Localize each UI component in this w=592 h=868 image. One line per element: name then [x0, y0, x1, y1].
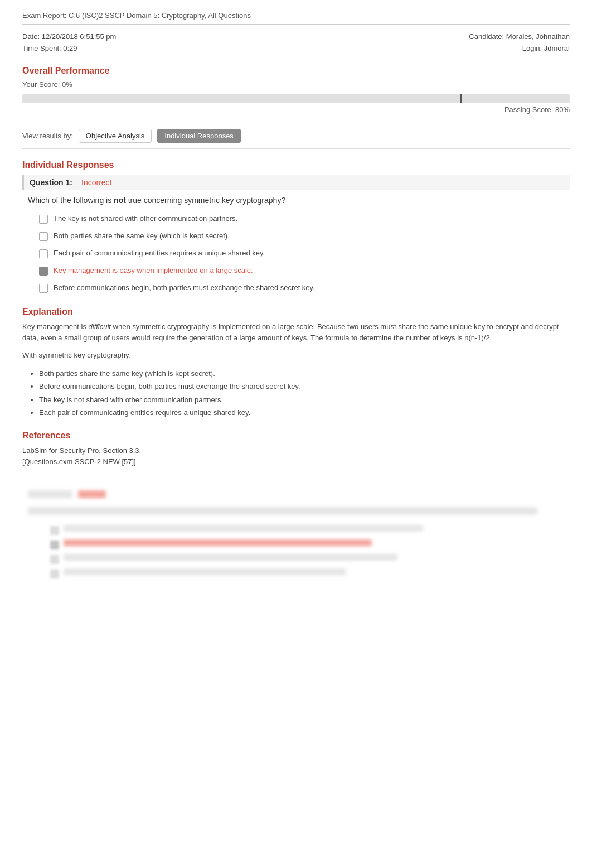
bullet-1: Both parties share the same key (which i…: [39, 367, 570, 380]
individual-responses-title: Individual Responses: [22, 160, 570, 170]
bullet-4: Each pair of communicating entities requ…: [39, 406, 570, 419]
passing-line: [460, 94, 462, 103]
explanation-paragraph-1: Key management is difficult when symmetr…: [22, 321, 570, 345]
tab-individual-responses[interactable]: Individual Responses: [157, 129, 241, 143]
passing-score-label: Passing Score:: [504, 105, 553, 114]
references-line-2: [Questions.exm SSCP-2 NEW [57]]: [22, 456, 570, 468]
question-1-header: Question 1: Incorrect: [22, 175, 570, 190]
option-indicator-4: [39, 267, 48, 276]
answer-option-5: Before communications begin, both partie…: [22, 281, 570, 296]
explanation-paragraph-2: With symmetric key cryptography:: [22, 350, 570, 361]
option-indicator-1: [39, 215, 48, 224]
bullet-3: The key is not shared with other communi…: [39, 393, 570, 406]
option-indicator-5: [39, 284, 48, 293]
question-1-label: Question 1:: [30, 178, 72, 187]
answer-option-3: Each pair of communicating entities requ…: [22, 246, 570, 261]
question-1-status: Incorrect: [81, 178, 111, 187]
overall-performance-title: Overall Performance: [22, 66, 570, 76]
answer-option-4: Key management is easy when implemented …: [22, 263, 570, 278]
explanation-title: Explanation: [22, 307, 570, 317]
exam-candidate: Candidate: Morales, Johnathan: [469, 31, 570, 43]
explanation-bullets: Both parties share the same key (which i…: [39, 367, 570, 419]
exam-title: Exam Report: C.6 (ISC)2 SSCP Domain 5: C…: [22, 11, 570, 25]
option-indicator-3: [39, 249, 48, 258]
references-title: References: [22, 431, 570, 441]
view-results-label: View results by:: [22, 132, 73, 140]
your-score: Your Score: 0%: [22, 80, 72, 89]
bullet-2: Before communications begin, both partie…: [39, 380, 570, 393]
exam-date: Date: 12/20/2018 6:51:55 pm: [22, 31, 116, 43]
answer-option-2: Both parties share the same key (which i…: [22, 229, 570, 244]
passing-score-value: 80%: [555, 105, 570, 114]
exam-login: Login: Jdmoral: [469, 43, 570, 55]
tab-objective-analysis[interactable]: Objective Analysis: [79, 129, 152, 143]
blurred-section: [22, 485, 570, 589]
answer-option-1: The key is not shared with other communi…: [22, 211, 570, 226]
answer-options: The key is not shared with other communi…: [22, 211, 570, 296]
option-indicator-2: [39, 232, 48, 241]
references-line-1: LabSim for Security Pro, Section 3.3.: [22, 445, 570, 457]
explanation-section: Key management is difficult when symmetr…: [22, 321, 570, 419]
exam-time-spent: Time Spent: 0:29: [22, 43, 116, 55]
score-bar-container: [22, 94, 570, 103]
individual-responses-section: Individual Responses Question 1: Incorre…: [22, 160, 570, 296]
question-1-text: Which of the following is not true conce…: [22, 196, 570, 205]
view-results-row: View results by: Objective Analysis Indi…: [22, 123, 570, 149]
references-section: LabSim for Security Pro, Section 3.3. [Q…: [22, 445, 570, 469]
